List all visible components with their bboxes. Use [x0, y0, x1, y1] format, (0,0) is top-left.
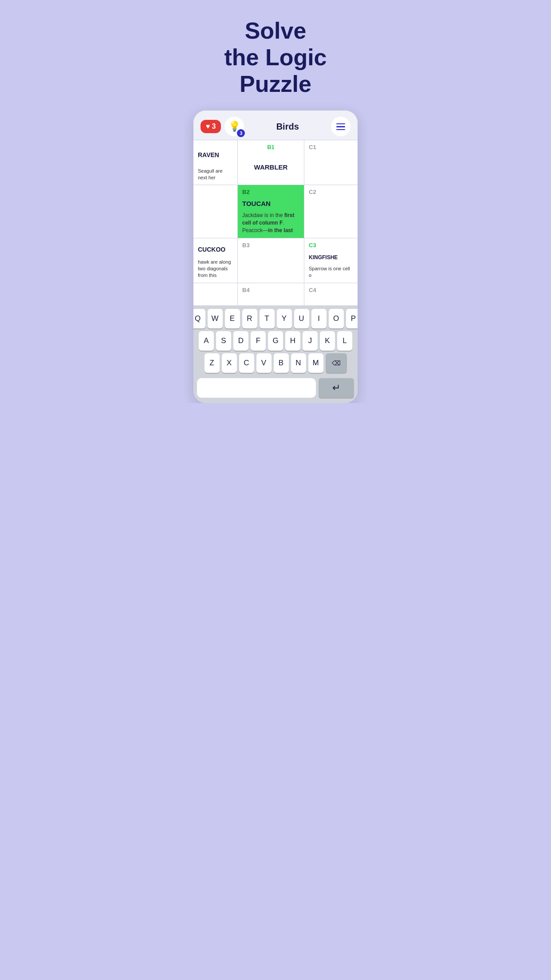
menu-icon-line3 [336, 129, 345, 130]
cell-b2[interactable]: B2 TOUCAN Jackdaw is in the first cell o… [238, 185, 304, 237]
key-L[interactable]: L [337, 331, 352, 351]
key-H[interactable]: H [285, 331, 300, 351]
cell-b1-label: B1 [267, 144, 275, 150]
backspace-key[interactable]: ⌫ [326, 353, 347, 373]
hero-title: Solve the Logic Puzzle [184, 18, 367, 97]
cell-b2-clue: Jackdaw is in the first cell of column F… [242, 212, 299, 234]
grid-row-3: CUCKOO hawk are along two diagonals from… [193, 238, 358, 283]
cell-b3[interactable]: B3 [238, 238, 304, 283]
key-W[interactable]: W [208, 309, 223, 328]
cell-c2-label: C2 [309, 189, 353, 195]
cell-a1[interactable]: RAVEN Seagull are next her [193, 140, 238, 185]
cell-a3-clue: hawk are along two diagonals from this [198, 259, 233, 279]
hint-badge[interactable]: 💡 3 [224, 117, 244, 136]
key-J[interactable]: J [303, 331, 318, 351]
text-input[interactable] [197, 378, 316, 398]
key-M[interactable]: M [308, 353, 323, 373]
cell-c3-clue: Sparrow is one cell o [309, 265, 353, 279]
key-Q[interactable]: Q [193, 309, 205, 328]
key-E[interactable]: E [225, 309, 240, 328]
cell-a3-word: CUCKOO [198, 246, 233, 253]
cell-b1-word: WARBLER [242, 163, 299, 171]
key-B[interactable]: B [274, 353, 289, 373]
game-card: ♥ 3 💡 3 Birds RAVEN Seagull [193, 111, 358, 403]
key-U[interactable]: U [294, 309, 309, 328]
cell-a3[interactable]: CUCKOO hawk are along two diagonals from… [193, 238, 238, 283]
keyboard-rows: Q W E R T Y U I O P A S D F G [193, 305, 358, 403]
grid-row-1: RAVEN Seagull are next her B1 WARBLER C1 [193, 140, 358, 185]
heart-count: 3 [212, 122, 216, 130]
heart-icon: ♥ [206, 122, 210, 130]
key-T[interactable]: T [260, 309, 275, 328]
cell-a1-word: RAVEN [198, 151, 233, 158]
input-bar: ↵ [195, 375, 356, 401]
key-R[interactable]: R [242, 309, 257, 328]
keyboard-row-2: A S D F G H J K L [195, 331, 356, 351]
keyboard-row-1: Q W E R T Y U I O P [195, 309, 356, 328]
keyboard-row-3: Z X C V B N M ⌫ [195, 353, 356, 373]
key-Y[interactable]: Y [277, 309, 292, 328]
key-A[interactable]: A [199, 331, 214, 351]
game-header: ♥ 3 💡 3 Birds [193, 111, 358, 140]
cell-c4-label: C4 [309, 287, 353, 293]
key-D[interactable]: D [233, 331, 248, 351]
cell-c1[interactable]: C1 [304, 140, 358, 185]
key-X[interactable]: X [222, 353, 237, 373]
key-Z[interactable]: Z [205, 353, 220, 373]
key-F[interactable]: F [251, 331, 266, 351]
cell-b2-word: TOUCAN [242, 200, 299, 207]
keyboard: Q W E R T Y U I O P A S D F G [193, 305, 358, 403]
return-key[interactable]: ↵ [319, 378, 354, 398]
key-V[interactable]: V [256, 353, 272, 373]
menu-button[interactable] [331, 117, 350, 136]
key-K[interactable]: K [320, 331, 335, 351]
key-S[interactable]: S [216, 331, 231, 351]
cell-c2[interactable]: C2 [304, 185, 358, 237]
heart-badge[interactable]: ♥ 3 [201, 120, 221, 133]
cell-c3-label: C3 [309, 242, 353, 249]
grid-row-2: B2 TOUCAN Jackdaw is in the first cell o… [193, 185, 358, 237]
header-left: ♥ 3 💡 3 [201, 117, 244, 136]
cell-a1-clue: Seagull are next her [198, 168, 233, 182]
key-N[interactable]: N [291, 353, 306, 373]
menu-icon-line2 [336, 126, 345, 127]
cell-c3[interactable]: C3 KINGFISHE Sparrow is one cell o [304, 238, 358, 283]
hint-count: 3 [237, 129, 245, 137]
cell-b4-label: B4 [242, 287, 299, 293]
cell-b1[interactable]: B1 WARBLER [238, 140, 304, 185]
cell-a4[interactable] [193, 283, 238, 305]
key-P[interactable]: P [346, 309, 358, 328]
page-container: Solve the Logic Puzzle ♥ 3 💡 3 Birds [184, 0, 367, 403]
menu-icon-line1 [336, 123, 345, 125]
cell-b3-label: B3 [242, 242, 299, 249]
key-O[interactable]: O [329, 309, 344, 328]
key-I[interactable]: I [311, 309, 327, 328]
key-C[interactable]: C [239, 353, 254, 373]
cell-c1-label: C1 [309, 144, 353, 150]
cell-b2-label: B2 [242, 189, 250, 195]
cell-b4[interactable]: B4 [238, 283, 304, 305]
cell-c3-word: KINGFISHE [309, 254, 353, 261]
key-G[interactable]: G [268, 331, 283, 351]
cell-a2[interactable] [193, 185, 238, 237]
grid-row-4: B4 C4 [193, 283, 358, 305]
game-title: Birds [276, 122, 299, 132]
puzzle-grid: RAVEN Seagull are next her B1 WARBLER C1… [193, 140, 358, 305]
cell-c4[interactable]: C4 [304, 283, 358, 305]
